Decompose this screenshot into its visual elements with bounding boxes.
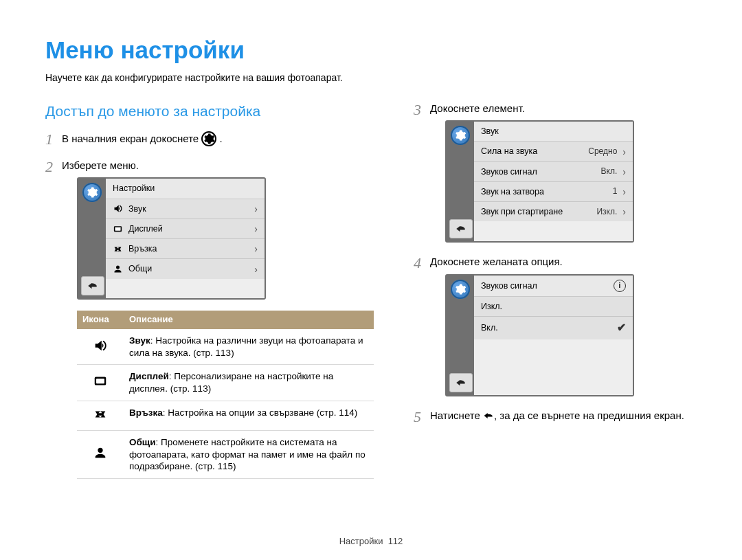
chevron-right-icon: ›: [254, 265, 258, 274]
desc-label: Дисплей: [129, 371, 169, 381]
chevron-right-icon: ›: [254, 244, 258, 254]
sound-menu-screen: Звук Сила на звукаСредно›Звуков сигналВк…: [445, 120, 634, 243]
table-row: Общи: Променете настройките на системата…: [77, 431, 374, 479]
footer-page: 112: [388, 536, 403, 546]
desc-text: : Настройка на различни звуци на фотоапа…: [129, 335, 363, 358]
display-icon: [113, 224, 123, 234]
menu-item[interactable]: Връзка›: [106, 239, 265, 259]
step-5: Натиснете , за да се върнете на предишни…: [414, 409, 697, 423]
table-row: Връзка: Настройка на опции за свързване …: [77, 401, 374, 431]
gear-badge-icon: [451, 126, 470, 145]
step-5-text-after: , за да се върнете на предишния екран.: [494, 410, 684, 421]
option-select-screen: Звуков сигнал i Изкл.Вкл.✔: [445, 274, 634, 396]
connect-icon: [93, 407, 108, 422]
step-3: Докоснете елемент. Звук Сила на звукаСре…: [414, 102, 697, 243]
table-head-desc: Описание: [124, 311, 374, 329]
chevron-right-icon: ›: [254, 224, 258, 234]
option-row[interactable]: Изкл.: [474, 297, 633, 317]
step-2-text: Изберете меню.: [62, 159, 139, 171]
sound-icon: [113, 203, 123, 214]
menu-item[interactable]: Общи›: [106, 259, 265, 278]
menu-item[interactable]: Дисплей›: [106, 219, 265, 239]
step-5-text-before: Натиснете: [430, 410, 483, 421]
desc-text: : Променете настройките на системата на …: [129, 437, 366, 471]
desc-label: Връзка: [129, 407, 163, 418]
settings-menu-screen: Настройки Звук›Дисплей›Връзка›Общи›: [77, 177, 266, 300]
setting-row[interactable]: Звук на затвора1›: [474, 182, 633, 202]
svg-rect-3: [96, 379, 104, 383]
screen1-header: Настройки: [106, 179, 265, 199]
setting-row[interactable]: Звук при стартиранеИзкл.›: [474, 202, 633, 221]
desc-label: Звук: [129, 335, 150, 346]
option-label: Вкл.: [481, 322, 611, 333]
general-icon: [113, 264, 123, 274]
section-heading: Достъп до менюто за настройка: [45, 102, 374, 120]
menu-item-label: Връзка: [128, 243, 249, 254]
screen3-header: Звуков сигнал i: [474, 276, 633, 297]
setting-label: Сила на звука: [481, 146, 583, 157]
info-icon[interactable]: i: [614, 280, 626, 292]
setting-label: Звук на затвора: [481, 186, 607, 197]
icon-description-table: Икона Описание Звук: Настройка на различ…: [77, 311, 374, 478]
sound-icon: [93, 338, 108, 353]
back-icon: [483, 411, 494, 421]
chevron-right-icon: ›: [622, 187, 626, 197]
table-row: Звук: Настройка на различни звуци на фот…: [77, 329, 374, 365]
step-4: Докоснете желаната опция. Звуков сигнал …: [414, 255, 697, 396]
menu-item-label: Звук: [128, 203, 249, 214]
step-1-text-after: .: [220, 133, 223, 144]
display-icon: [93, 374, 108, 389]
chevron-right-icon: ›: [622, 147, 626, 157]
step-4-text: Докоснете желаната опция.: [430, 256, 563, 267]
step-1-text-before: В началния екран докоснете: [62, 133, 201, 144]
back-button[interactable]: [449, 373, 473, 392]
table-head-icon: Икона: [77, 311, 124, 329]
menu-item-label: Общи: [128, 263, 249, 274]
page-title: Меню настройки: [45, 34, 697, 66]
page-subtitle: Научете как да конфигурирате настройките…: [45, 71, 697, 84]
step-2: Изберете меню. Настройки Звук›Дисплей›Вр…: [45, 159, 374, 479]
chevron-right-icon: ›: [622, 167, 626, 177]
gear-icon: [201, 131, 216, 146]
table-row: Дисплей: Персонализиране на настройките …: [77, 365, 374, 401]
setting-value: Средно: [588, 146, 617, 157]
option-label: Изкл.: [481, 301, 626, 312]
setting-value: 1: [613, 186, 618, 197]
screen2-header: Звук: [474, 122, 633, 142]
gear-badge-icon: [82, 183, 102, 202]
gear-badge-icon: [451, 280, 470, 299]
chevron-right-icon: ›: [254, 204, 258, 214]
footer-label: Настройки: [339, 536, 383, 546]
setting-label: Звуков сигнал: [481, 166, 596, 177]
page-footer: Настройки 112: [0, 536, 742, 548]
setting-value: Изкл.: [596, 207, 617, 218]
setting-value: Вкл.: [601, 166, 618, 177]
general-icon: [93, 445, 108, 460]
menu-item[interactable]: Звук›: [106, 199, 265, 219]
connect-icon: [113, 244, 123, 254]
desc-text: : Настройка на опции за свързване (стр. …: [163, 407, 357, 418]
svg-rect-1: [115, 227, 120, 230]
setting-row[interactable]: Звуков сигналВкл.›: [474, 162, 633, 182]
back-button[interactable]: [449, 219, 473, 238]
menu-item-label: Дисплей: [128, 223, 249, 234]
check-icon: ✔: [617, 321, 626, 335]
step-1: В началния екран докоснете .: [45, 131, 374, 146]
chevron-right-icon: ›: [622, 207, 626, 216]
setting-row[interactable]: Сила на звукаСредно›: [474, 142, 633, 161]
desc-label: Общи: [129, 437, 156, 447]
back-button[interactable]: [81, 276, 104, 295]
option-row[interactable]: Вкл.✔: [474, 317, 633, 339]
setting-label: Звук при стартиране: [481, 206, 591, 217]
step-3-text: Докоснете елемент.: [430, 102, 525, 114]
